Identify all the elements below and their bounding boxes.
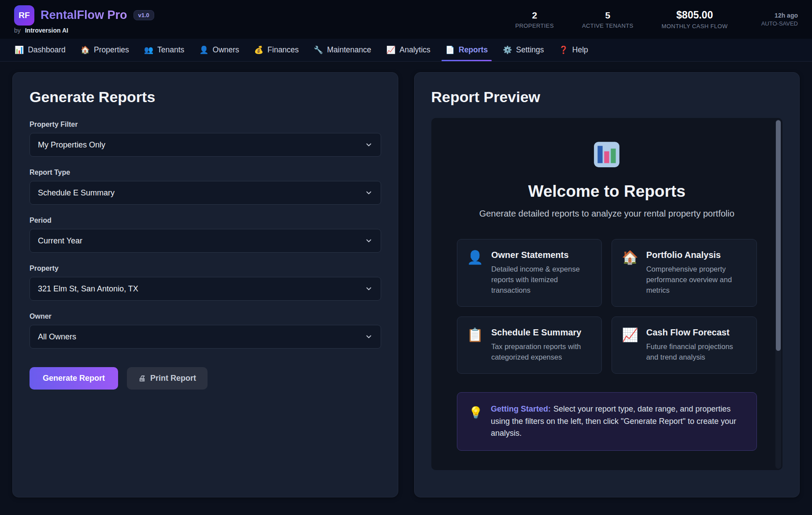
- byline-prefix: by: [14, 27, 21, 34]
- getting-started-callout: 💡 Getting Started:Select your report typ…: [457, 392, 757, 451]
- house-icon: 🏠: [622, 250, 638, 265]
- chart-up-icon: 📈: [386, 45, 396, 55]
- report-preview-panel: Report Preview Welcome to Reports Genera…: [414, 72, 800, 497]
- card-description: Detailed income & expense reports with i…: [491, 264, 592, 296]
- generate-report-button[interactable]: Generate Report: [30, 367, 118, 390]
- person-icon: 👤: [467, 250, 483, 265]
- money-bag-icon: 💰: [254, 45, 263, 55]
- nav-item-owners[interactable]: 👤 Owners: [192, 39, 247, 61]
- report-preview-title: Report Preview: [431, 88, 783, 106]
- printer-icon: 🖨: [138, 374, 146, 383]
- stat-active-tenants: 5 ACTIVE TENANTS: [582, 10, 634, 29]
- report-preview-canvas: Welcome to Reports Generate detailed rep…: [431, 118, 783, 470]
- nav-item-label: Dashboard: [28, 45, 66, 55]
- chevron-down-icon: [365, 285, 373, 293]
- property-field: Property 321 Elm St, San Antonio, TX: [30, 265, 381, 301]
- version-badge: v1.0: [133, 10, 154, 20]
- byline: by Introversion AI: [14, 27, 154, 34]
- nav-item-dashboard[interactable]: 📊 Dashboard: [7, 39, 73, 61]
- period-select[interactable]: Current Year: [30, 229, 381, 253]
- stat-monthly-cash-flow-label: MONTHLY CASH FLOW: [662, 23, 728, 29]
- chart-up-icon: 📈: [622, 327, 638, 342]
- nav-item-reports[interactable]: 📄 Reports: [438, 39, 495, 61]
- owner-field: Owner All Owners: [30, 313, 381, 349]
- getting-started-text: Getting Started:Select your report type,…: [491, 403, 745, 440]
- report-type-select[interactable]: Schedule E Summary: [30, 181, 381, 205]
- form-buttons: Generate Report 🖨 Print Report: [30, 367, 381, 390]
- property-filter-value: My Properties Only: [38, 140, 105, 150]
- card-description: Future financial projections and trend a…: [646, 342, 747, 363]
- nav-item-label: Reports: [459, 45, 488, 55]
- nav-item-label: Tenants: [157, 45, 184, 55]
- autosave-time: 12h ago: [761, 12, 798, 19]
- autosave-status: 12h ago AUTO-SAVED: [761, 12, 798, 27]
- nav-item-settings[interactable]: ⚙️ Settings: [495, 39, 551, 61]
- period-label: Period: [30, 217, 381, 224]
- stat-properties: 2 PROPERTIES: [515, 10, 554, 29]
- nav-item-label: Owners: [213, 45, 239, 55]
- nav-item-label: Help: [572, 45, 588, 55]
- property-label: Property: [30, 265, 381, 272]
- report-type-cards: 👤 Owner Statements Detailed income & exp…: [457, 239, 757, 374]
- stat-properties-label: PROPERTIES: [515, 22, 554, 29]
- nav-item-label: Analytics: [400, 45, 430, 55]
- card-title: Cash Flow Forecast: [646, 327, 747, 338]
- app-logo: RF: [14, 5, 34, 26]
- welcome-title: Welcome to Reports: [457, 182, 757, 201]
- getting-started-lead: Getting Started:: [491, 405, 551, 413]
- card-title: Schedule E Summary: [491, 327, 592, 338]
- report-type-value: Schedule E Summary: [38, 188, 115, 198]
- card-schedule-e-summary: 📋 Schedule E Summary Tax preparation rep…: [457, 316, 602, 374]
- stat-monthly-cash-flow: $805.00 MONTHLY CASH FLOW: [662, 9, 728, 29]
- owner-label: Owner: [30, 313, 381, 320]
- stat-monthly-cash-flow-value: $805.00: [662, 9, 728, 21]
- property-value: 321 Elm St, San Antonio, TX: [38, 284, 138, 294]
- report-filters-form: Property Filter My Properties Only Repor…: [30, 121, 381, 390]
- generate-reports-title: Generate Reports: [30, 88, 381, 106]
- lightbulb-icon: 💡: [469, 406, 483, 419]
- content-area: Generate Reports Property Filter My Prop…: [0, 62, 812, 508]
- print-report-button[interactable]: 🖨 Print Report: [127, 367, 208, 390]
- card-portfolio-analysis: 🏠 Portfolio Analysis Comprehensive prope…: [612, 239, 757, 307]
- property-filter-label: Property Filter: [30, 121, 381, 129]
- nav-item-analytics[interactable]: 📈 Analytics: [379, 39, 438, 61]
- nav-item-help[interactable]: ❓ Help: [552, 39, 596, 61]
- preview-scrollbar-track: [775, 119, 781, 469]
- property-filter-select[interactable]: My Properties Only: [30, 133, 381, 157]
- nav-item-finances[interactable]: 💰 Finances: [247, 39, 306, 61]
- nav-item-maintenance[interactable]: 🔧 Maintenance: [306, 39, 378, 61]
- brand-block: RF RentalFlow Pro v1.0 by Introversion A…: [14, 5, 154, 34]
- autosave-label: AUTO-SAVED: [761, 20, 798, 27]
- nav-item-label: Maintenance: [327, 45, 371, 55]
- stat-active-tenants-value: 5: [582, 10, 634, 21]
- property-select[interactable]: 321 Elm St, San Antonio, TX: [30, 277, 381, 301]
- owner-value: All Owners: [38, 332, 76, 342]
- welcome-subtitle: Generate detailed reports to analyze you…: [457, 209, 757, 219]
- dashboard-icon: 📊: [15, 45, 24, 55]
- wrench-icon: 🔧: [314, 45, 323, 55]
- print-report-label: Print Report: [150, 374, 196, 383]
- nav-item-properties[interactable]: 🏠 Properties: [73, 39, 137, 61]
- preview-scrollbar-thumb[interactable]: [776, 120, 781, 351]
- app-header: RF RentalFlow Pro v1.0 by Introversion A…: [0, 0, 812, 39]
- property-filter-field: Property Filter My Properties Only: [30, 121, 381, 157]
- nav-item-label: Properties: [94, 45, 129, 55]
- generate-reports-panel: Generate Reports Property Filter My Prop…: [12, 72, 398, 497]
- owner-select[interactable]: All Owners: [30, 325, 381, 349]
- card-owner-statements: 👤 Owner Statements Detailed income & exp…: [457, 239, 602, 307]
- main-nav: 📊 Dashboard 🏠 Properties 👥 Tenants 👤 Own…: [0, 39, 812, 62]
- nav-item-tenants[interactable]: 👥 Tenants: [137, 39, 192, 61]
- bar-chart-icon: [592, 140, 621, 171]
- person-icon: 👤: [199, 45, 208, 55]
- chevron-down-icon: [365, 237, 373, 245]
- welcome-section: Welcome to Reports Generate detailed rep…: [457, 140, 757, 219]
- house-icon: 🏠: [81, 45, 90, 55]
- chevron-down-icon: [365, 189, 373, 197]
- stat-active-tenants-label: ACTIVE TENANTS: [582, 22, 634, 29]
- period-field: Period Current Year: [30, 217, 381, 253]
- byline-brand: Introversion AI: [25, 27, 68, 34]
- nav-item-label: Finances: [267, 45, 299, 55]
- chevron-down-icon: [365, 333, 373, 341]
- chevron-down-icon: [365, 141, 373, 149]
- card-description: Tax preparation reports with categorized…: [491, 342, 592, 363]
